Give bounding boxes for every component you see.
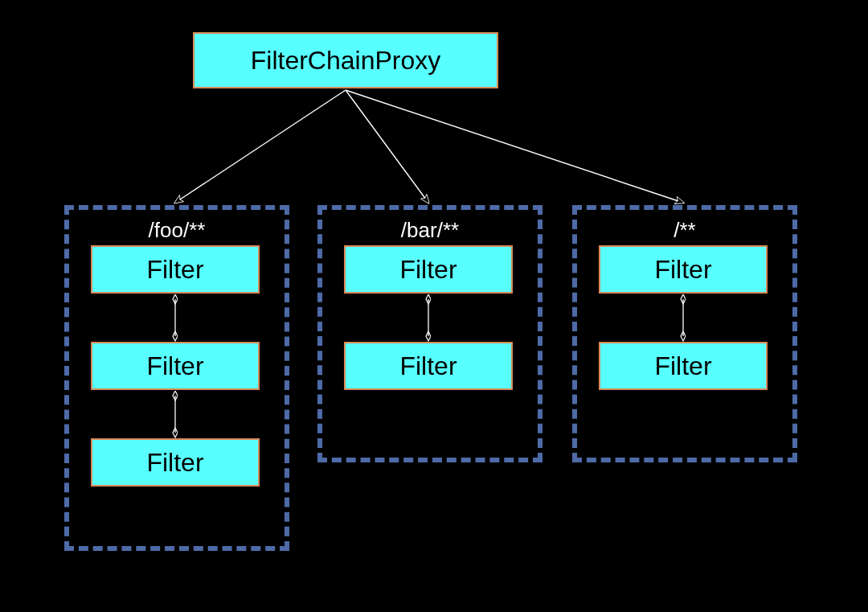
filter-box: Filter bbox=[344, 342, 513, 390]
root-label: FilterChainProxy bbox=[251, 46, 441, 76]
filter-box: Filter bbox=[599, 245, 768, 294]
cluster-bar: /bar/** bbox=[317, 205, 542, 462]
cluster-bar-title: /bar/** bbox=[322, 218, 538, 243]
filter-label: Filter bbox=[399, 351, 457, 381]
filter-label: Filter bbox=[654, 351, 711, 381]
cluster-all: /** bbox=[572, 205, 797, 462]
filter-label: Filter bbox=[399, 255, 457, 285]
arrow-root-to-all bbox=[346, 90, 683, 203]
filter-box: Filter bbox=[91, 245, 260, 294]
arrow-root-to-bar bbox=[346, 90, 428, 203]
filter-label: Filter bbox=[146, 448, 203, 478]
filter-box: Filter bbox=[344, 245, 513, 294]
filter-box: Filter bbox=[91, 342, 260, 390]
filter-label: Filter bbox=[654, 255, 711, 285]
cluster-foo-title: /foo/** bbox=[69, 218, 285, 243]
filter-label: Filter bbox=[146, 351, 203, 381]
cluster-all-title: /** bbox=[577, 218, 792, 243]
filter-box: Filter bbox=[91, 438, 260, 487]
arrow-root-to-foo bbox=[175, 90, 346, 203]
filter-label: Filter bbox=[146, 255, 203, 285]
filter-box: Filter bbox=[599, 342, 768, 390]
root-box: FilterChainProxy bbox=[193, 32, 498, 88]
